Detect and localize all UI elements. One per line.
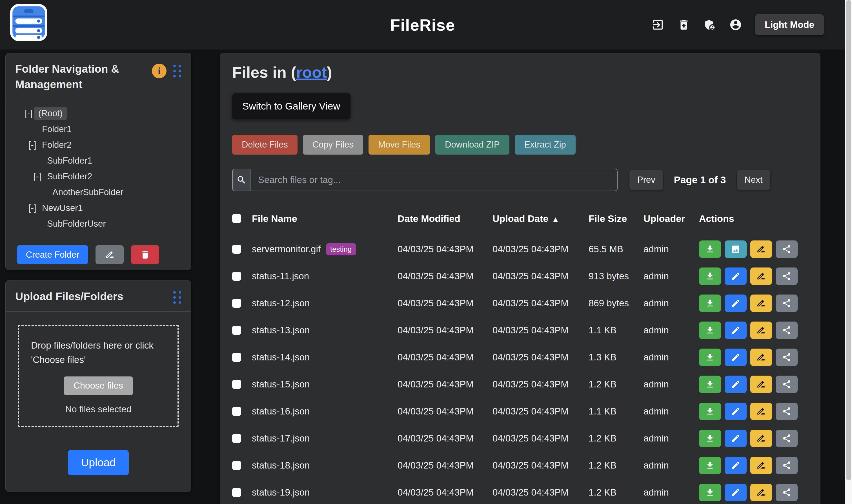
- row-checkbox[interactable]: [232, 299, 241, 308]
- row-checkbox[interactable]: [232, 488, 241, 497]
- share-file-button[interactable]: [776, 484, 798, 501]
- upload-button[interactable]: Upload: [68, 450, 129, 475]
- row-checkbox[interactable]: [232, 326, 241, 335]
- rename-file-button[interactable]: [750, 348, 772, 366]
- logout-icon[interactable]: [651, 18, 664, 31]
- share-file-button[interactable]: [776, 457, 798, 474]
- edit-file-button[interactable]: [725, 457, 747, 474]
- rename-file-button[interactable]: [750, 240, 772, 258]
- folder-tree-item[interactable]: SubFolderUser: [6, 216, 191, 232]
- rename-file-button[interactable]: [750, 484, 772, 501]
- edit-file-button[interactable]: [725, 484, 747, 501]
- rename-file-button[interactable]: [750, 403, 772, 420]
- folder-name[interactable]: (Root): [34, 107, 67, 120]
- tree-toggle[interactable]: [-]: [29, 203, 42, 213]
- share-file-button[interactable]: [776, 322, 798, 339]
- rename-file-button[interactable]: [750, 376, 772, 393]
- download-file-button[interactable]: [699, 376, 721, 393]
- share-file-button[interactable]: [776, 240, 798, 258]
- folder-tree-item[interactable]: Folder1: [6, 121, 191, 137]
- delete-folder-button[interactable]: [131, 245, 159, 264]
- download-file-button[interactable]: [699, 322, 721, 339]
- folder-tree-item[interactable]: SubFolder1: [6, 153, 191, 169]
- folder-name[interactable]: Folder2: [42, 140, 72, 150]
- share-file-button[interactable]: [776, 430, 798, 447]
- folder-name[interactable]: AnotherSubFolder: [52, 187, 123, 197]
- folder-tree-item[interactable]: [-]Folder2: [6, 137, 191, 153]
- edit-file-button[interactable]: [725, 294, 747, 312]
- download-file-button[interactable]: [699, 484, 721, 501]
- row-checkbox[interactable]: [232, 461, 241, 470]
- download-file-button[interactable]: [699, 403, 721, 420]
- row-checkbox[interactable]: [232, 407, 241, 416]
- root-folder-link[interactable]: root: [296, 64, 327, 81]
- folder-tree-item[interactable]: [-]SubFolder2: [6, 169, 191, 184]
- rename-file-button[interactable]: [750, 268, 772, 285]
- rename-file-button[interactable]: [750, 322, 772, 339]
- restore-trash-icon[interactable]: [677, 18, 690, 31]
- download-zip-button[interactable]: Download ZIP: [435, 135, 509, 155]
- column-header-uploader[interactable]: Uploader: [644, 213, 699, 224]
- rename-folder-button[interactable]: [95, 245, 124, 264]
- download-file-button[interactable]: [699, 457, 721, 474]
- choose-files-button[interactable]: Choose files: [64, 376, 133, 395]
- folder-tree-item[interactable]: AnotherSubFolder: [6, 184, 191, 200]
- edit-file-button[interactable]: [725, 376, 747, 393]
- row-checkbox[interactable]: [232, 353, 241, 362]
- admin-shield-icon[interactable]: [703, 18, 716, 31]
- column-header-file-size[interactable]: File Size: [589, 213, 644, 224]
- file-dropzone[interactable]: Drop files/folders here or click 'Choose…: [18, 325, 179, 427]
- folder-name[interactable]: SubFolderUser: [47, 219, 106, 229]
- rename-file-button[interactable]: [750, 457, 772, 474]
- folder-name[interactable]: SubFolder1: [47, 156, 92, 166]
- prev-page-button[interactable]: Prev: [629, 170, 663, 190]
- drag-handle-icon[interactable]: [173, 65, 181, 77]
- download-file-button[interactable]: [699, 348, 721, 366]
- switch-gallery-view-button[interactable]: Switch to Gallery View: [232, 93, 350, 119]
- share-file-button[interactable]: [776, 294, 798, 312]
- create-folder-button[interactable]: Create Folder: [17, 245, 88, 264]
- row-checkbox[interactable]: [232, 245, 241, 254]
- row-checkbox[interactable]: [232, 380, 241, 389]
- page-scrollbar-thumb[interactable]: [846, 0, 851, 480]
- edit-file-button[interactable]: [725, 430, 747, 447]
- share-file-button[interactable]: [776, 403, 798, 420]
- share-file-button[interactable]: [776, 348, 798, 366]
- column-header-date-modified[interactable]: Date Modified: [398, 213, 492, 224]
- tree-toggle[interactable]: [-]: [29, 140, 42, 150]
- folder-name[interactable]: Folder1: [42, 124, 72, 134]
- folder-tree-item[interactable]: [-]NewUser1: [6, 200, 191, 216]
- next-page-button[interactable]: Next: [737, 170, 770, 190]
- preview-image-button[interactable]: [725, 240, 747, 258]
- copy-files-button[interactable]: Copy Files: [303, 135, 363, 155]
- edit-file-button[interactable]: [725, 268, 747, 285]
- rename-file-button[interactable]: [750, 294, 772, 312]
- column-header-file-name[interactable]: File Name: [252, 213, 398, 224]
- rename-file-button[interactable]: [750, 430, 772, 447]
- column-header-upload-date[interactable]: Upload Date▲: [492, 213, 589, 224]
- extract-zip-button[interactable]: Extract Zip: [515, 135, 576, 155]
- download-file-button[interactable]: [699, 294, 721, 312]
- edit-file-button[interactable]: [725, 322, 747, 339]
- account-icon[interactable]: [729, 18, 742, 31]
- row-checkbox[interactable]: [232, 434, 241, 443]
- download-file-button[interactable]: [699, 268, 721, 285]
- select-all-checkbox[interactable]: [232, 214, 241, 223]
- folder-name[interactable]: SubFolder2: [47, 172, 92, 182]
- light-mode-button[interactable]: Light Mode: [755, 14, 824, 35]
- move-files-button[interactable]: Move Files: [368, 135, 430, 155]
- tree-toggle[interactable]: [-]: [34, 172, 47, 182]
- info-icon[interactable]: i: [152, 64, 167, 78]
- download-file-button[interactable]: [699, 430, 721, 447]
- edit-file-button[interactable]: [725, 348, 747, 366]
- share-file-button[interactable]: [776, 376, 798, 393]
- edit-file-button[interactable]: [725, 403, 747, 420]
- share-file-button[interactable]: [776, 268, 798, 285]
- row-checkbox[interactable]: [232, 272, 241, 281]
- drag-handle-icon[interactable]: [173, 291, 181, 304]
- search-input[interactable]: [251, 169, 617, 191]
- folder-tree-item[interactable]: [-](Root): [6, 106, 191, 121]
- download-file-button[interactable]: [699, 240, 721, 258]
- delete-files-button[interactable]: Delete Files: [232, 135, 297, 155]
- folder-name[interactable]: NewUser1: [42, 203, 83, 213]
